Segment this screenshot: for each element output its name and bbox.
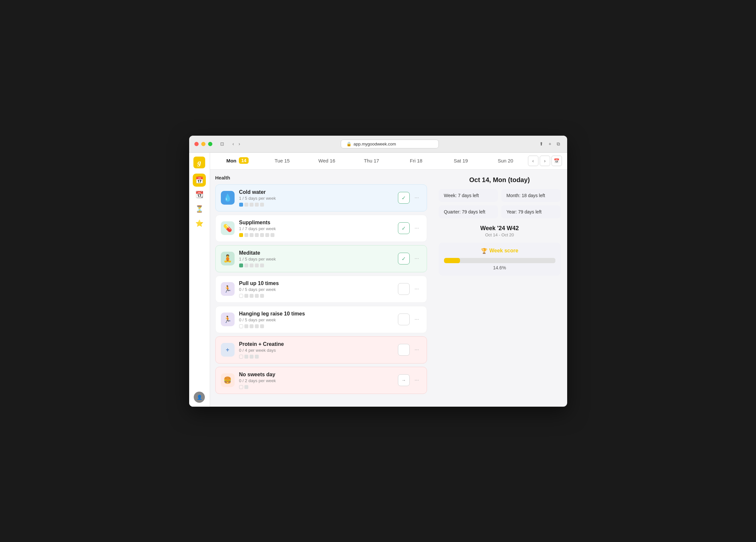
stat-quarter: Quarter: 79 days left [439,205,498,218]
titlebar: ⊡ ‹ › 🔒 app.mygoodweek.com ⬆ + ⧉ [189,136,567,153]
sidebar-toggle-button[interactable]: ⊡ [218,140,226,148]
day-name-tue: Tue 15 [275,158,290,163]
dot-3 [250,233,254,237]
calendar-picker-button[interactable]: 📅 [551,156,562,166]
hanging-leg-freq: 0 / 5 days per week [239,318,393,322]
protein-creatine-more-button[interactable]: ··· [412,345,421,354]
day-tab-wed[interactable]: Wed 16 [304,153,349,170]
url-text: app.mygoodweek.com [353,141,396,146]
no-sweets-info: No sweets day 0 / 2 days per week [239,372,393,389]
dot-1 [239,324,243,328]
day-name-wed: Wed 16 [319,158,335,163]
meditate-name: Meditate [239,250,393,256]
day-tab-tue[interactable]: Tue 15 [260,153,304,170]
no-sweets-arrow-button[interactable]: → [398,374,410,386]
day-badge-mon: 14 [239,157,249,164]
dot-3 [250,355,254,359]
meditate-more-button[interactable]: ··· [412,254,421,263]
sidebar-item-calendar-day[interactable]: 📅 [193,173,206,187]
user-avatar[interactable]: 👤 [194,392,205,403]
dot-2 [244,324,248,328]
sidebar-item-calendar-week[interactable]: 📆 [193,188,206,201]
day-tab-mon[interactable]: Mon 14 [215,153,260,170]
dot-5 [260,263,264,267]
protein-creatine-name: Protein + Creatine [239,341,393,347]
meditate-actions: ✓ ··· [398,253,421,264]
app-window: ⊡ ‹ › 🔒 app.mygoodweek.com ⬆ + ⧉ g 📅 📆 ⏳ [189,136,567,407]
maximize-button[interactable] [208,142,212,146]
suppliments-freq: 1 / 7 days per week [239,226,393,231]
stat-week: Week: 7 days left [439,189,498,202]
week-range: Oct 14 - Oct 20 [439,232,561,237]
prev-week-button[interactable]: ‹ [528,156,538,166]
next-week-button[interactable]: › [540,156,550,166]
suppliments-check-button[interactable]: ✓ [398,222,410,234]
dot-1 [239,355,243,359]
stat-month: Month: 18 days left [501,189,561,202]
score-title-text: Week score [489,248,518,254]
forward-button[interactable]: › [237,140,242,148]
day-tab-sun[interactable]: Sun 20 [483,153,528,170]
pull-up-check-button[interactable] [398,283,410,295]
meditate-icon: 🧘 [221,252,235,265]
week-nav: Mon 14 Tue 15 Wed 16 Thu 17 Fri 18 [210,153,567,170]
dot-4 [255,355,259,359]
dot-2 [244,385,248,389]
week-nav-buttons: ‹ › 📅 [528,156,562,166]
habits-panel: Health 💧 Cold water 1 / 5 days per week [210,170,432,407]
section-title: Health [215,175,427,180]
progress-bar-background [444,258,555,263]
day-name-thu: Thu 17 [364,158,379,163]
hanging-leg-more-button[interactable]: ··· [412,315,421,324]
share-button[interactable]: ⬆ [537,140,545,148]
pull-up-actions: ··· [398,283,421,295]
hanging-leg-actions: ··· [398,314,421,325]
dot-1 [239,233,243,237]
minimize-button[interactable] [201,142,205,146]
sidebar-item-hourglass[interactable]: ⏳ [193,202,206,215]
suppliments-more-button[interactable]: ··· [412,223,421,233]
dot-5 [260,233,264,237]
dot-2 [244,355,248,359]
no-sweets-freq: 0 / 2 days per week [239,378,393,383]
no-sweets-name: No sweets day [239,372,393,378]
hanging-leg-name: Hanging leg raise 10 times [239,311,393,317]
stat-week-label: Week: 7 days left [444,193,479,198]
protein-creatine-check-button[interactable] [398,344,410,356]
pull-up-more-button[interactable]: ··· [412,285,421,294]
dot-3 [250,263,254,267]
dot-1 [239,203,243,206]
hanging-leg-check-button[interactable] [398,314,410,325]
hanging-leg-info: Hanging leg raise 10 times 0 / 5 days pe… [239,311,393,328]
back-button[interactable]: ‹ [231,140,236,148]
address-bar: 🔒 app.mygoodweek.com [248,140,532,148]
pull-up-info: Pull up 10 times 0 / 5 days per week [239,281,393,298]
dot-3 [250,294,254,298]
day-tab-sat[interactable]: Sat 19 [438,153,483,170]
day-tab-thu[interactable]: Thu 17 [349,153,394,170]
cold-water-info: Cold water 1 / 5 days per week [239,189,393,206]
meditate-check-button[interactable]: ✓ [398,253,410,264]
tabs-button[interactable]: ⧉ [555,140,562,148]
habit-hanging-leg: 🏃 Hanging leg raise 10 times 0 / 5 days … [215,306,427,333]
cold-water-check-button[interactable]: ✓ [398,192,410,204]
dot-1 [239,263,243,267]
pull-up-icon: 🏃 [221,282,235,296]
nav-buttons: ‹ › [231,140,242,148]
app-logo[interactable]: g [193,156,205,168]
url-display[interactable]: 🔒 app.mygoodweek.com [341,140,439,148]
app-body: g 📅 📆 ⏳ ⭐ 👤 Mon 14 Tue 15 [189,153,567,407]
day-tab-fri[interactable]: Fri 18 [394,153,438,170]
suppliments-info: Suppliments 1 / 7 days per week [239,220,393,237]
day-name-sat: Sat 19 [454,158,468,163]
dot-5 [260,294,264,298]
close-button[interactable] [194,142,199,146]
toolbar-right: ⬆ + ⧉ [537,140,562,148]
sidebar-item-star[interactable]: ⭐ [193,217,206,230]
new-tab-button[interactable]: + [547,140,553,148]
no-sweets-more-button[interactable]: ··· [412,376,421,385]
cold-water-dots [239,203,393,206]
score-card: 🏆 Week score 14.6% [439,242,561,276]
cold-water-more-button[interactable]: ··· [412,193,421,202]
hanging-leg-dots [239,324,393,328]
